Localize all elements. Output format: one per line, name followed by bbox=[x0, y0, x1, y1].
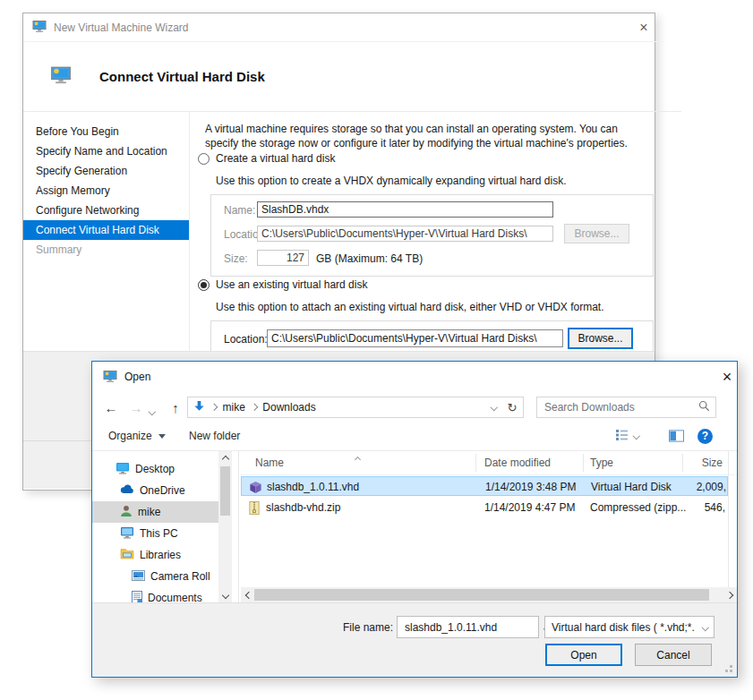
column-header-size[interactable]: Size bbox=[682, 451, 723, 474]
open-button[interactable]: Open bbox=[545, 644, 622, 666]
wizard-close-icon[interactable]: × bbox=[628, 13, 660, 41]
horizontal-scrollbar-thumb[interactable] bbox=[254, 589, 709, 601]
wizard-sidebar: Before You Begin Specify Name and Locati… bbox=[23, 111, 190, 351]
tree-scrollbar-thumb[interactable] bbox=[220, 466, 230, 516]
existing-option-description: Use this option to attach an existing vi… bbox=[216, 301, 604, 313]
vhd-location-input[interactable] bbox=[257, 226, 553, 242]
scroll-left-icon[interactable] bbox=[241, 587, 253, 602]
browse-button-disabled[interactable]: Browse... bbox=[564, 224, 629, 243]
wizard-main-content: A virtual machine requires storage so th… bbox=[190, 111, 655, 351]
breadcrumb-separator-icon bbox=[251, 404, 258, 411]
forward-icon[interactable]: → bbox=[126, 397, 146, 417]
camera-roll-icon bbox=[132, 570, 145, 584]
help-icon bbox=[697, 429, 713, 444]
column-header-type[interactable]: Type bbox=[590, 451, 613, 474]
sidebar-item-assign-memory[interactable]: Assign Memory bbox=[23, 181, 189, 201]
refresh-icon[interactable]: ↻ bbox=[501, 397, 524, 418]
open-titlebar[interactable]: Open × bbox=[92, 362, 748, 392]
tree-scrollbar[interactable] bbox=[218, 451, 232, 602]
wizard-intro-text: A virtual machine requires storage so th… bbox=[205, 122, 640, 150]
sidebar-item-connect-virtual-hard-disk[interactable]: Connect Virtual Hard Disk bbox=[23, 220, 189, 240]
sidebar-item-specify-generation[interactable]: Specify Generation bbox=[23, 161, 189, 181]
file-type-dropdown-icon bbox=[701, 624, 708, 631]
tree-item-documents[interactable]: Documents bbox=[92, 587, 218, 602]
file-type-combobox[interactable]: Virtual hard disk files ( *.vhd;*. bbox=[544, 616, 714, 638]
sidebar-item-summary[interactable]: Summary bbox=[23, 240, 189, 260]
wizard-window-title: New Virtual Machine Wizard bbox=[54, 21, 189, 34]
sidebar-item-before-you-begin[interactable]: Before You Begin bbox=[23, 122, 189, 141]
browse-button[interactable]: Browse... bbox=[568, 328, 633, 349]
resize-grip[interactable] bbox=[723, 663, 732, 672]
vhd-size-input[interactable] bbox=[257, 250, 309, 266]
new-folder-button[interactable]: New folder bbox=[189, 422, 240, 450]
file-type-value: Virtual hard disk files ( *.vhd;*. bbox=[552, 621, 698, 634]
size-suffix-text: GB (Maximum: 64 TB) bbox=[316, 252, 423, 265]
open-close-icon[interactable]: × bbox=[708, 362, 746, 392]
tree-item-camera-roll[interactable]: Camera Roll bbox=[92, 566, 218, 587]
wizard-titlebar[interactable]: New Virtual Machine Wizard × bbox=[23, 13, 663, 42]
sidebar-item-configure-networking[interactable]: Configure Networking bbox=[23, 201, 189, 220]
file-type: Compressed (zipp... bbox=[590, 498, 686, 517]
breadcrumb-segment-downloads[interactable]: Downloads bbox=[262, 401, 315, 414]
zip-icon bbox=[249, 498, 260, 517]
sidebar-item-specify-name-location[interactable]: Specify Name and Location bbox=[23, 141, 189, 161]
radio-create-virtual-hard-disk[interactable]: Create a virtual hard disk bbox=[198, 152, 335, 165]
tree-item-mike[interactable]: mike bbox=[92, 501, 218, 523]
tree-item-onedrive[interactable]: OneDrive bbox=[92, 480, 218, 501]
file-date: 1/14/2019 3:48 PM bbox=[485, 477, 576, 497]
breadcrumb-segment-mike[interactable]: mike bbox=[223, 401, 245, 414]
user-icon bbox=[120, 505, 133, 520]
up-icon[interactable]: ↑ bbox=[166, 397, 185, 417]
back-icon[interactable]: ← bbox=[101, 397, 121, 417]
file-row-slashdb-vhd[interactable]: slashdb_1.0.11.vhd 1/14/2019 3:48 PM Vir… bbox=[241, 476, 728, 496]
address-bar[interactable]: mike Downloads bbox=[187, 397, 502, 418]
column-header-name[interactable]: Name bbox=[255, 451, 284, 474]
list-right-edge bbox=[728, 451, 729, 587]
radio-use-existing-virtual-hard-disk[interactable]: Use an existing virtual hard disk bbox=[198, 278, 367, 291]
list-header-row: Name Date modified Type Size bbox=[241, 451, 737, 475]
cancel-button[interactable]: Cancel bbox=[635, 644, 712, 666]
open-toolbar: Organize New folder bbox=[92, 422, 737, 451]
open-dialog-footer: File name: Virtual hard disk files ( *.v… bbox=[92, 602, 737, 677]
file-name-combobox[interactable] bbox=[397, 616, 539, 638]
tree-list-divider bbox=[238, 451, 239, 602]
existing-location-input[interactable] bbox=[267, 329, 563, 347]
search-box[interactable] bbox=[536, 397, 716, 418]
folder-tree: Desktop OneDrive mike This PC Libraries … bbox=[92, 451, 218, 602]
organize-menu-button[interactable]: Organize bbox=[108, 422, 166, 450]
search-input[interactable] bbox=[543, 400, 698, 414]
address-dropdown-icon[interactable] bbox=[490, 404, 497, 411]
preview-pane-button[interactable] bbox=[669, 422, 684, 450]
tree-item-libraries[interactable]: Libraries bbox=[92, 544, 218, 566]
file-type: Virtual Hard Disk bbox=[591, 477, 672, 497]
libraries-icon bbox=[120, 548, 134, 562]
tree-item-this-pc[interactable]: This PC bbox=[92, 523, 218, 544]
downloads-icon bbox=[193, 400, 205, 415]
search-icon[interactable] bbox=[698, 400, 710, 414]
open-app-icon bbox=[103, 369, 117, 386]
name-label: Name: bbox=[224, 204, 255, 217]
documents-icon bbox=[132, 591, 142, 603]
organize-dropdown-icon bbox=[158, 434, 166, 439]
view-mode-dropdown-icon bbox=[633, 432, 640, 440]
view-mode-button[interactable] bbox=[615, 422, 639, 450]
sort-ascending-icon bbox=[355, 452, 360, 465]
thispc-icon bbox=[120, 526, 134, 542]
file-row-slashdb-zip[interactable]: slashdb-vhd.zip 1/14/2019 4:47 PM Compre… bbox=[241, 498, 728, 517]
recent-locations-icon[interactable] bbox=[150, 404, 155, 416]
file-name: slashdb-vhd.zip bbox=[266, 498, 340, 517]
tree-item-desktop[interactable]: Desktop bbox=[92, 458, 218, 480]
column-header-date-modified[interactable]: Date modified bbox=[484, 451, 551, 474]
create-option-description: Use this option to create a VHDX dynamic… bbox=[216, 175, 567, 187]
help-button[interactable] bbox=[697, 422, 713, 450]
file-name-input[interactable] bbox=[403, 620, 545, 635]
list-horizontal-scrollbar[interactable] bbox=[241, 587, 737, 602]
scroll-up-icon[interactable] bbox=[218, 451, 232, 464]
vhd-name-input[interactable] bbox=[257, 201, 553, 218]
open-window-title: Open bbox=[124, 371, 150, 383]
radio-unselected-icon bbox=[198, 153, 210, 165]
scroll-right-icon[interactable] bbox=[724, 587, 737, 602]
file-size: 546, bbox=[682, 498, 725, 517]
scroll-down-icon[interactable] bbox=[218, 590, 232, 602]
radio-selected-icon bbox=[198, 279, 210, 291]
